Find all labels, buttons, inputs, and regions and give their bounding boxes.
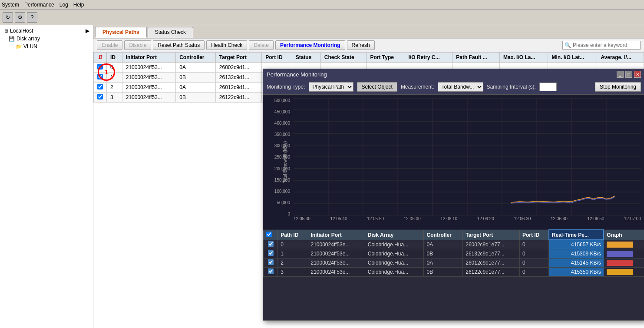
search-box[interactable]: 🔍 <box>562 41 641 50</box>
dialog-row-checkbox[interactable] <box>268 250 274 256</box>
dialog-cell-disk-array: Colobridge.Hua... <box>365 258 424 267</box>
chart-area: Total Bandwidth(kB/s) 500,000 450,000 40… <box>263 95 644 229</box>
delete-button[interactable]: Delete <box>249 40 274 50</box>
dialog-maximize-button[interactable]: □ <box>625 71 632 78</box>
y-label-300000: 300,000 <box>267 143 292 148</box>
cell-id: 0 <box>107 63 122 73</box>
cell-initiator-port: 21000024ff53... <box>122 73 175 83</box>
menu-help[interactable]: Help <box>73 2 84 8</box>
row-checkbox-cell[interactable] <box>94 83 107 93</box>
dialog-cell-controller: 0A <box>424 258 463 267</box>
y-axis-labels: 500,000 450,000 400,000 350,000 300,000 … <box>267 98 292 216</box>
dialog-cell-path-id: 1 <box>278 249 308 258</box>
row-checkbox[interactable] <box>97 74 103 80</box>
select-object-button[interactable]: Select Object <box>357 82 397 92</box>
health-check-button[interactable]: Health Check <box>206 40 247 50</box>
dialog-close-button[interactable]: ✕ <box>634 71 641 78</box>
tab-status-check[interactable]: Status Check <box>148 27 193 38</box>
dialog-row-checkbox[interactable] <box>268 268 274 274</box>
menu-performance[interactable]: Performance <box>24 2 54 8</box>
disable-button[interactable]: Disable <box>124 40 151 50</box>
menu-system[interactable]: System <box>2 2 19 8</box>
dialog-cell-port-id: 0 <box>519 258 548 267</box>
cell-target-port: 26132c9d1... <box>215 73 261 83</box>
dialog-cell-controller: 0B <box>424 267 463 276</box>
sidebar-item-vlun[interactable]: 📁 VLUN <box>2 43 91 50</box>
sort-icon[interactable]: ⇵ <box>98 54 102 60</box>
dialog-bottom-table-container[interactable]: Path ID Initiator Port Disk Array Contro… <box>263 229 644 277</box>
refresh-button[interactable]: Refresh <box>347 40 375 50</box>
col-port-id: Port ID <box>262 53 292 63</box>
performance-monitoring-button[interactable]: Performance Monitoring <box>275 40 345 50</box>
y-label-500000: 500,000 <box>267 98 292 103</box>
row-checkbox-cell[interactable] <box>94 93 107 103</box>
dialog-cell-path-id: 3 <box>278 267 308 276</box>
x-label-7: 12:06:40 <box>551 216 568 221</box>
dialog-cell-port-id: 0 <box>519 249 548 258</box>
y-label-150000: 150,000 <box>267 178 292 182</box>
localhost-label: LocalHost <box>10 28 33 34</box>
dialog-row-checkbox-cell[interactable] <box>264 249 278 258</box>
dialog-cell-initiator-port: 21000024ff53e... <box>308 240 365 249</box>
disk-icon: 💾 <box>9 36 15 42</box>
sidebar-item-disk-array[interactable]: 💾 Disk array <box>2 35 91 43</box>
dialog-cell-graph <box>604 258 644 267</box>
row-checkbox[interactable] <box>97 84 103 89</box>
dialog-row-checkbox[interactable] <box>268 241 274 247</box>
cell-controller: 0B <box>176 93 216 103</box>
dialog-row-checkbox-cell[interactable] <box>264 240 278 249</box>
menu-bar: System Performance Log Help <box>0 0 644 10</box>
dialog-cell-path-id: 2 <box>278 258 308 267</box>
x-label-1: 12:05:40 <box>330 216 347 221</box>
col-controller: Controller <box>176 53 216 63</box>
enable-button[interactable]: Enable <box>97 40 122 50</box>
monitor-icon: 🖥 <box>3 28 8 33</box>
col-select-all[interactable]: ⇵ <box>94 53 107 63</box>
disk-array-label: Disk array <box>17 36 40 42</box>
settings-icon[interactable]: ⚙ <box>15 12 25 23</box>
y-label-350000: 350,000 <box>267 132 292 137</box>
reset-path-status-button[interactable]: Reset Path Status <box>153 40 205 50</box>
col-port-id: Port ID <box>519 230 548 240</box>
refresh-icon[interactable]: ↻ <box>3 12 13 23</box>
y-label-400000: 400,000 <box>267 121 292 126</box>
col-disk-array: Disk Array <box>365 230 424 240</box>
search-icon: 🔍 <box>565 42 571 48</box>
monitoring-type-label: Monitoring Type: <box>267 84 305 90</box>
row-checkbox-cell[interactable] <box>94 63 107 73</box>
tab-physical-paths[interactable]: Physical Paths <box>95 27 147 38</box>
cell-initiator-port: 21000024ff53... <box>122 63 175 73</box>
performance-monitoring-dialog: Performance Monitoring _ □ ✕ Monitoring … <box>263 69 644 321</box>
measurement-label: Measurement: <box>401 84 434 90</box>
col-status: Status <box>292 53 320 63</box>
dialog-row-checkbox[interactable] <box>268 259 274 265</box>
dialog-row-checkbox-cell[interactable] <box>264 267 278 276</box>
x-label-6: 12:06:30 <box>514 216 531 221</box>
help-icon[interactable]: ? <box>27 12 37 23</box>
row-checkbox[interactable] <box>97 64 103 70</box>
row-checkbox[interactable] <box>97 94 103 99</box>
sidebar-item-localhost[interactable]: 🖥 LocalHost ▶ <box>2 27 91 35</box>
action-bar: Enable Disable Reset Path Status Health … <box>93 39 644 52</box>
dialog-row-checkbox-cell[interactable] <box>264 258 278 267</box>
cell-target-port: 26122c9d1... <box>215 93 261 103</box>
col-check-all[interactable] <box>264 230 278 240</box>
col-realtime-pe: Real-Time Pe... <box>549 230 604 240</box>
col-avg-io: Average. I/... <box>597 53 644 63</box>
dialog-minimize-button[interactable]: _ <box>617 71 624 78</box>
search-input[interactable] <box>573 42 638 48</box>
check-all-checkbox[interactable] <box>266 232 272 237</box>
monitoring-type-select[interactable]: Physical Path <box>309 82 353 92</box>
dialog-cell-initiator-port: 21000024ff53e... <box>308 258 365 267</box>
row-checkbox-cell[interactable] <box>94 73 107 83</box>
sampling-interval-input[interactable]: 1 <box>539 83 557 91</box>
dialog-cell-disk-array: Colobridge.Hua... <box>365 249 424 258</box>
stop-monitoring-button[interactable]: Stop Monitoring <box>595 82 641 92</box>
content-area: Physical Paths Status Check Enable Disab… <box>93 25 644 328</box>
dialog-cell-target-port: 26002c9d1e77... <box>463 240 520 249</box>
y-label-0: 0 <box>267 212 292 216</box>
cell-id: 1 <box>107 73 122 83</box>
measurement-select[interactable]: Total Bandw... <box>438 82 483 92</box>
menu-log[interactable]: Log <box>59 2 68 8</box>
col-path-id: Path ID <box>278 230 308 240</box>
